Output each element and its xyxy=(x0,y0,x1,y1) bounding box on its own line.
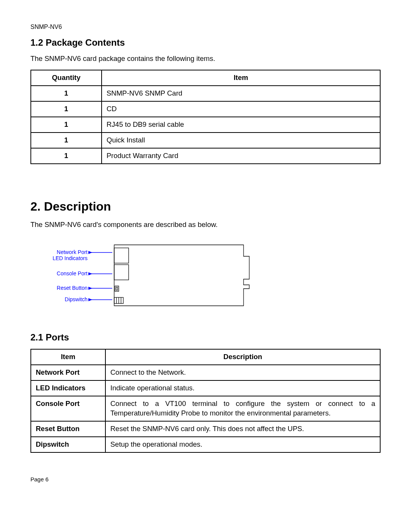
table-ports: Item Description Network PortConnect to … xyxy=(30,349,381,453)
component-diagram: Network Port LED Indicators Console Port… xyxy=(38,241,381,316)
label-dipswitch: Dipswitch xyxy=(65,296,88,302)
table-row: LED IndicatorsIndicate operational statu… xyxy=(31,380,380,396)
table-row: 1SNMP-NV6 SNMP Card xyxy=(31,86,380,101)
table-row: Reset ButtonReset the SNMP-NV6 card only… xyxy=(31,421,380,437)
table-row: 1Product Warranty Card xyxy=(31,148,380,164)
heading-package-contents: 1.2 Package Contents xyxy=(30,37,381,49)
label-network-port: Network Port xyxy=(57,249,88,255)
svg-rect-3 xyxy=(116,287,118,290)
label-reset-button: Reset Button xyxy=(57,285,88,291)
table-row: DipswitchSetup the operational modes. xyxy=(31,437,380,452)
heading-ports: 2.1 Ports xyxy=(30,331,381,343)
col-desc: Description xyxy=(105,349,380,365)
table-row: 1CD xyxy=(31,101,380,117)
table-package-contents: Quantity Item 1SNMP-NV6 SNMP Card 1CD 1R… xyxy=(30,70,381,164)
table-row: Network PortConnect to the Network. xyxy=(31,365,380,380)
svg-rect-2 xyxy=(115,286,119,291)
heading-description: 2. Description xyxy=(30,198,381,215)
svg-rect-0 xyxy=(114,248,129,263)
table-row: 1RJ45 to DB9 serial cable xyxy=(31,117,380,133)
svg-rect-1 xyxy=(114,265,129,280)
col-qty: Quantity xyxy=(31,70,102,86)
table-row: Console PortConnect to a VT100 terminal … xyxy=(31,396,380,421)
intro-package-contents: The SNMP-NV6 card package contains the f… xyxy=(30,54,381,64)
page-footer: Page 6 xyxy=(30,476,381,483)
table-header-row: Item Description xyxy=(31,349,380,365)
table-header-row: Quantity Item xyxy=(31,70,380,86)
col-item: Item xyxy=(102,70,380,86)
table-row: 1Quick Install xyxy=(31,133,380,148)
col-item: Item xyxy=(31,349,105,365)
intro-description: The SNMP-NV6 card's components are descr… xyxy=(30,220,381,230)
doc-header: SNMP-NV6 xyxy=(30,23,381,31)
label-led-indicators: LED Indicators xyxy=(53,255,88,261)
label-console-port: Console Port xyxy=(57,270,88,276)
